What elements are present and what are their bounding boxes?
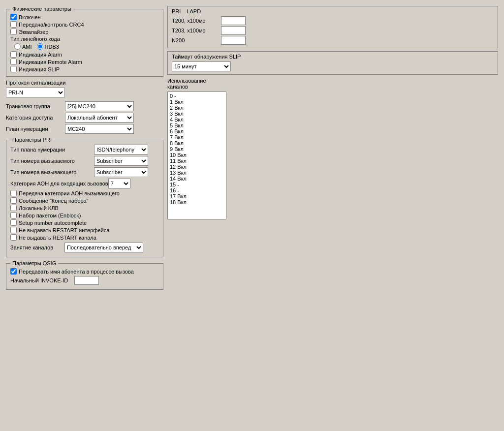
access-cat-select[interactable]: Локальный абонент	[65, 113, 134, 123]
aon-label: Категория АОН для входящих вызовов	[10, 181, 108, 186]
channel-list-item: 7 Вкл	[169, 134, 225, 140]
channel-list-item: 11 Вкл	[169, 158, 225, 164]
invoke-id-input[interactable]: 0	[74, 276, 99, 285]
enblock-label: Набор пакетом (Enblock)	[19, 213, 81, 218]
qsig-group: Параметры QSIG Передавать имя абонента в…	[6, 260, 163, 290]
called-type-label: Тип номера вызываемого	[10, 158, 94, 164]
channel-list-item: 6 Вкл	[169, 128, 225, 134]
crc-checkbox[interactable]	[10, 21, 17, 28]
protocol-select[interactable]: PRI-N PRI-A QSIG	[6, 88, 65, 97]
setup-autocomplete-checkbox[interactable]	[10, 219, 17, 226]
t203-input[interactable]: 150	[221, 26, 246, 35]
n200-row: N200 3	[172, 36, 494, 45]
no-restart-chan-row: Не выдавать RESTART канала	[10, 234, 159, 241]
main-panel: Физические параметры Включен Передача/ко…	[4, 4, 500, 292]
channel-list-item: 9 Вкл	[169, 146, 225, 152]
channel-list-item: 15 -	[169, 182, 225, 187]
calling-type-row: Тип номера вызывающего Subscriber Unknow…	[10, 167, 159, 177]
channel-list-item: 1 Вкл	[169, 99, 225, 105]
equalizer-label: Эквалайзер	[19, 29, 48, 35]
hdb3-radio[interactable]	[37, 43, 43, 50]
timeout-label: Таймаут обнаружения SLIP	[172, 54, 494, 60]
end-dial-label: Сообщение "Конец набора"	[19, 198, 89, 204]
end-dial-row: Сообщение "Конец набора"	[10, 197, 159, 204]
physical-params-title: Физические параметры	[10, 6, 73, 12]
num-plan-type-row: Тип плана нумерации ISDN/telephony Unkno…	[10, 145, 159, 154]
numbering-plan-select[interactable]: MC240	[65, 124, 134, 134]
local-klb-checkbox[interactable]	[10, 205, 17, 211]
trunk-group-label: Транковая группа	[6, 103, 65, 109]
transmit-name-checkbox[interactable]	[10, 268, 17, 275]
num-plan-type-select[interactable]: ISDN/telephony Unknown	[94, 145, 148, 154]
channel-list-item: 14 Вкл	[169, 176, 225, 182]
ami-radio[interactable]	[14, 43, 21, 50]
no-restart-chan-checkbox[interactable]	[10, 234, 17, 241]
transmit-name-row: Передавать имя абонента в процессе вызов…	[10, 268, 159, 275]
crc-label: Передача/контроль CRC4	[19, 22, 84, 28]
aon-select[interactable]: 7	[108, 179, 130, 188]
slip-label: Индикация SLIP	[19, 66, 60, 72]
no-restart-iface-label: Не выдавать RESTART интерфейса	[19, 227, 109, 233]
right-panel: PRI LAPD T200, x100мс 10 T203, x100мс 15…	[167, 6, 498, 290]
called-type-row: Тип номера вызываемого Subscriber Unknow…	[10, 156, 159, 166]
channel-list-item: 13 Вкл	[169, 170, 225, 176]
called-type-select[interactable]: Subscriber Unknown National	[94, 156, 148, 166]
pri-params-group: Параметры PRI Тип плана нумерации ISDN/t…	[6, 137, 163, 257]
line-code-row: Тип линейного кода	[10, 36, 159, 42]
t200-row: T200, x100мс 10	[172, 16, 494, 25]
equalizer-checkbox[interactable]	[10, 29, 17, 35]
line-code-radios: AMI HDB3	[14, 43, 159, 50]
crc-row: Передача/контроль CRC4	[10, 21, 159, 28]
aon-row: Категория АОН для входящих вызовов 7	[10, 179, 159, 188]
protocol-title: Протокол сигнализации	[6, 80, 163, 86]
occupy-channels-label: Занятие каналов	[10, 245, 64, 250]
main-layout: Физические параметры Включен Передача/ко…	[6, 6, 498, 290]
aon-transmit-checkbox[interactable]	[10, 190, 17, 196]
occupy-channels-select[interactable]: Последовательно вперед Последовательно н…	[64, 243, 143, 252]
trunk-group-row: Транковая группа [25] MC240	[6, 101, 163, 111]
invoke-id-label: Начальный INVOKE-ID	[10, 277, 74, 283]
slip-checkbox[interactable]	[10, 66, 17, 72]
calling-type-label: Тип номера вызывающего	[10, 169, 94, 175]
channel-list-item: 12 Вкл	[169, 164, 225, 170]
enabled-row: Включен	[10, 14, 159, 20]
pri-lapd-title: PRI LAPD	[172, 8, 494, 14]
no-restart-iface-checkbox[interactable]	[10, 227, 17, 233]
remote-alarm-row: Индикация Remote Alarm	[10, 59, 159, 65]
lapd-label: LAPD	[187, 8, 201, 14]
end-dial-checkbox[interactable]	[10, 197, 17, 204]
pri-lapd-box: PRI LAPD T200, x100мс 10 T203, x100мс 15…	[167, 6, 498, 48]
occupy-channels-row: Занятие каналов Последовательно вперед П…	[10, 243, 159, 252]
setup-autocomplete-row: Setup number autocomplete	[10, 219, 159, 226]
physical-params-group: Физические параметры Включен Передача/ко…	[6, 6, 163, 77]
slip-row: Индикация SLIP	[10, 66, 159, 72]
remote-alarm-checkbox[interactable]	[10, 59, 17, 65]
access-cat-label: Категория доступа	[6, 115, 65, 121]
enabled-label: Включен	[19, 14, 41, 20]
local-klb-label: Локальный КЛВ	[19, 205, 59, 211]
channel-list-item: 16 -	[169, 187, 225, 193]
n200-label: N200	[172, 37, 221, 43]
enblock-row: Набор пакетом (Enblock)	[10, 212, 159, 218]
channel-list[interactable]: 0 -1 Вкл2 Вкл3 Вкл4 Вкл5 Вкл6 Вкл7 Вкл8 …	[167, 92, 226, 219]
no-restart-chan-label: Не выдавать RESTART канала	[19, 235, 96, 241]
num-plan-type-label: Тип плана нумерации	[10, 147, 94, 153]
enblock-checkbox[interactable]	[10, 212, 17, 218]
timeout-select[interactable]: 15 минут 5 минут 30 минут 1 час	[172, 62, 231, 71]
channel-usage: Использованиеканалов 0 -1 Вкл2 Вкл3 Вкл4…	[167, 78, 498, 219]
channel-list-item: 0 -	[169, 93, 225, 99]
t200-input[interactable]: 10	[221, 16, 246, 25]
line-code-label: Тип линейного кода	[10, 36, 60, 42]
hdb3-label: HDB3	[45, 44, 59, 50]
t200-label: T200, x100мс	[172, 18, 221, 24]
trunk-group-select[interactable]: [25] MC240	[65, 101, 134, 111]
enabled-checkbox[interactable]	[10, 14, 17, 20]
setup-autocomplete-label: Setup number autocomplete	[19, 220, 87, 226]
t203-row: T203, x100мс 150	[172, 26, 494, 35]
calling-type-select[interactable]: Subscriber Unknown National	[94, 167, 148, 177]
left-panel: Физические параметры Включен Передача/ко…	[6, 6, 163, 290]
ami-label: AMI	[22, 44, 32, 50]
n200-input[interactable]: 3	[221, 36, 246, 45]
pri-params-title: Параметры PRI	[10, 137, 54, 143]
alarm-checkbox[interactable]	[10, 51, 17, 58]
